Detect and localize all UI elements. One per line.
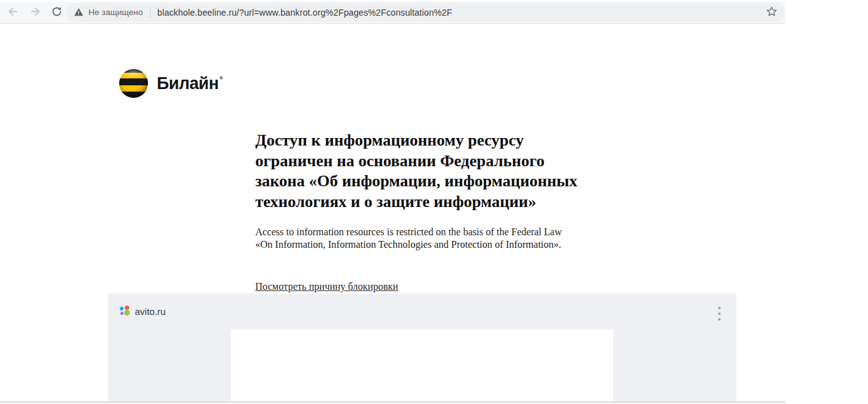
heading-line: Доступ к информационному ресурсу <box>255 130 578 151</box>
address-bar[interactable]: Не защищено blackhole.beeline.ru/?url=ww… <box>66 3 785 22</box>
bookmark-star-button[interactable] <box>765 6 778 19</box>
heading-line: закона «Об информации, информационных <box>255 171 578 192</box>
browser-toolbar: Не защищено blackhole.beeline.ru/?url=ww… <box>0 0 785 24</box>
not-secure-warning-icon <box>74 8 83 17</box>
heading-line: ограничен на основании Федерального <box>255 151 578 172</box>
advertiser-label: avito.ru <box>135 306 166 317</box>
beeline-sphere-icon <box>119 69 148 98</box>
avito-logo-icon <box>119 306 130 317</box>
avito-dot-green <box>124 310 130 316</box>
forward-arrow-icon <box>29 6 41 19</box>
english-subtext: Access to information resources is restr… <box>255 226 562 250</box>
address-separator <box>150 7 151 18</box>
screenshot-canvas: Не защищено blackhole.beeline.ru/?url=ww… <box>0 0 868 404</box>
ad-content-placeholder <box>231 329 613 401</box>
advertiser-link[interactable]: avito.ru <box>119 306 166 317</box>
beeline-logo[interactable]: Билайн® <box>119 69 222 98</box>
site-security-chip[interactable]: Не защищено <box>74 8 143 17</box>
forward-button[interactable] <box>28 5 43 20</box>
refresh-icon <box>51 6 63 19</box>
refresh-button[interactable] <box>49 5 64 20</box>
star-icon <box>766 6 777 19</box>
page-heading: Доступ к информационному ресурсу огранич… <box>255 130 578 212</box>
trademark-mark: ® <box>220 75 223 81</box>
back-button[interactable] <box>5 5 20 20</box>
avito-dot-purple <box>120 312 124 315</box>
avito-dot-blue <box>120 307 124 311</box>
subtext-line: Access to information resources is restr… <box>255 226 562 238</box>
blocked-page: Билайн® Доступ к информационному ресурсу… <box>0 24 785 404</box>
subtext-line: «On Information, Information Technologie… <box>255 238 562 251</box>
avito-dot-red <box>125 306 129 310</box>
security-label: Не защищено <box>88 8 143 17</box>
ad-banner: avito.ru <box>108 294 736 401</box>
window-bottom-edge <box>0 401 785 403</box>
browser-window: Не защищено blackhole.beeline.ru/?url=ww… <box>0 0 785 404</box>
heading-line: технологиях и о защите информации» <box>255 192 578 213</box>
brand-wordmark: Билайн® <box>157 74 222 93</box>
url-text[interactable]: blackhole.beeline.ru/?url=www.bankrot.or… <box>157 8 452 18</box>
back-arrow-icon <box>7 6 19 19</box>
ad-options-kebab-icon[interactable] <box>712 304 726 323</box>
block-reason-link[interactable]: Посмотреть причину блокировки <box>255 281 398 292</box>
